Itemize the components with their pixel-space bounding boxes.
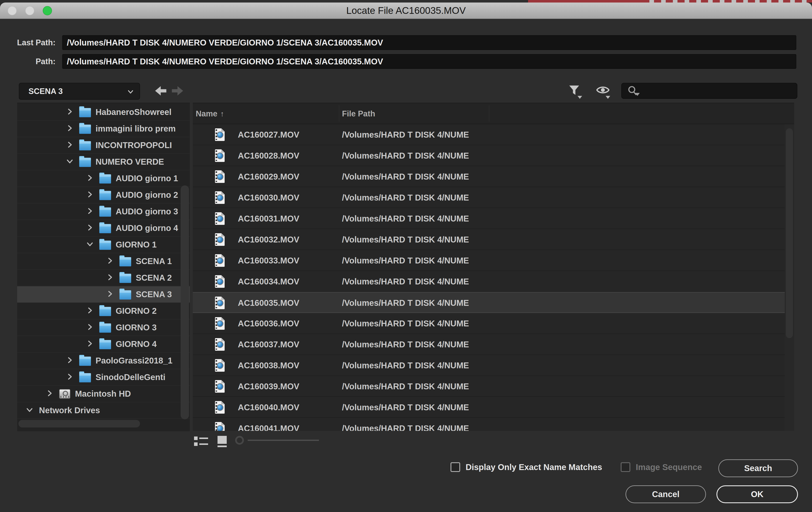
file-row[interactable]: AC160029.MOV /Volumes/HARD T DISK 4/NUME — [193, 166, 785, 187]
tree-item[interactable]: HabaneroShowreel — [17, 104, 190, 120]
file-name-cell: AC160039.MOV — [238, 376, 299, 397]
tree-item[interactable]: AUDIO giorno 1 — [17, 170, 190, 187]
tree-item[interactable]: GIORNO 1 — [17, 237, 190, 253]
movie-file-icon — [215, 380, 225, 393]
disclosure-chevron-icon[interactable] — [46, 390, 55, 398]
disclosure-chevron-icon[interactable] — [86, 340, 95, 348]
tree-item[interactable]: NUMERO VERDE — [17, 154, 190, 170]
image-sequence-checkbox[interactable] — [621, 462, 630, 472]
folder-icon — [119, 290, 131, 299]
search-input[interactable] — [621, 83, 798, 99]
tree-item[interactable]: SCENA 1 — [17, 253, 190, 270]
file-row[interactable]: AC160031.MOV /Volumes/HARD T DISK 4/NUME — [193, 208, 785, 229]
search-button[interactable]: Search — [718, 459, 798, 477]
minimize-button[interactable] — [25, 6, 34, 15]
tree-item[interactable]: Network Drives — [17, 402, 190, 419]
file-row[interactable]: AC160033.MOV /Volumes/HARD T DISK 4/NUME — [193, 250, 785, 271]
movie-file-icon — [215, 170, 225, 183]
file-row[interactable]: AC160038.MOV /Volumes/HARD T DISK 4/NUME — [193, 355, 785, 376]
tree-item[interactable]: SinodoDelleGenti — [17, 369, 190, 386]
column-divider[interactable] — [339, 105, 339, 122]
tree-item[interactable]: AUDIO giorno 4 — [17, 220, 190, 237]
zoom-button[interactable] — [43, 6, 52, 15]
column-divider[interactable] — [489, 105, 489, 122]
path-field[interactable]: /Volumes/HARD T DISK 4/NUMERO VERDE/GIOR… — [62, 54, 796, 69]
disclosure-chevron-icon[interactable] — [86, 241, 95, 249]
file-row[interactable]: AC160030.MOV /Volumes/HARD T DISK 4/NUME — [193, 187, 785, 208]
file-row[interactable]: AC160034.MOV /Volumes/HARD T DISK 4/NUME — [193, 271, 785, 292]
dropdown-triangle-icon — [635, 93, 640, 96]
file-name-cell: AC160035.MOV — [238, 292, 299, 313]
column-header-name[interactable]: Name↑ — [196, 103, 224, 124]
view-options-button[interactable] — [597, 84, 610, 99]
disclosure-chevron-icon[interactable] — [86, 224, 95, 233]
disclosure-chevron-icon[interactable] — [66, 158, 75, 166]
tree-item-label: SCENA 3 — [136, 290, 172, 299]
tree-item[interactable]: SCENA 2 — [17, 270, 190, 286]
file-row[interactable]: AC160041.MOV /Volumes/HARD T DISK 4/NUME — [193, 418, 785, 431]
disclosure-chevron-icon[interactable] — [86, 307, 95, 315]
folder-icon — [79, 141, 91, 151]
disclosure-chevron-icon[interactable] — [86, 208, 95, 216]
filter-button[interactable] — [568, 84, 582, 99]
tree-item[interactable]: PaoloGrassi2018_1 — [17, 353, 190, 369]
disclosure-chevron-icon[interactable] — [66, 108, 75, 116]
thumbnail-size-slider-knob[interactable] — [235, 436, 244, 445]
file-name-cell: AC160034.MOV — [238, 271, 299, 292]
tree-item[interactable]: AUDIO giorno 2 — [17, 187, 190, 204]
disclosure-chevron-icon[interactable] — [86, 174, 95, 183]
close-button[interactable] — [7, 6, 17, 15]
file-path-cell: /Volumes/HARD T DISK 4/NUME — [342, 397, 469, 418]
movie-file-icon — [215, 359, 225, 372]
ok-button[interactable]: OK — [717, 485, 798, 503]
thumbnail-size-slider-track[interactable] — [248, 440, 319, 441]
list-view-button[interactable] — [194, 436, 209, 447]
last-path-field[interactable]: /Volumes/HARD T DISK 4/NUMERO VERDE/GIOR… — [62, 35, 796, 50]
file-row[interactable]: AC160028.MOV /Volumes/HARD T DISK 4/NUME — [193, 145, 785, 166]
disclosure-chevron-icon[interactable] — [66, 125, 75, 133]
disclosure-chevron-icon[interactable] — [26, 406, 34, 415]
tree-item[interactable]: GIORNO 4 — [17, 336, 190, 353]
cancel-button[interactable]: Cancel — [626, 485, 706, 503]
file-name-cell: AC160028.MOV — [238, 145, 299, 166]
tree-horizontal-scrollbar[interactable] — [19, 420, 140, 428]
disclosure-chevron-icon[interactable] — [66, 356, 75, 365]
tree-item-label: HabaneroShowreel — [95, 107, 171, 117]
file-row[interactable]: AC160040.MOV /Volumes/HARD T DISK 4/NUME — [193, 397, 785, 418]
file-row[interactable]: AC160036.MOV /Volumes/HARD T DISK 4/NUME — [193, 313, 785, 334]
disclosure-chevron-icon[interactable] — [86, 323, 95, 332]
forward-button[interactable] — [171, 85, 183, 96]
file-row[interactable]: AC160027.MOV /Volumes/HARD T DISK 4/NUME — [193, 124, 785, 145]
back-button[interactable] — [155, 85, 167, 96]
folder-icon — [99, 191, 111, 200]
disclosure-chevron-icon[interactable] — [86, 191, 95, 199]
file-row[interactable]: AC160037.MOV /Volumes/HARD T DISK 4/NUME — [193, 334, 785, 355]
tree-item[interactable]: GIORNO 3 — [17, 319, 190, 336]
current-folder-dropdown[interactable]: SCENA 3 — [19, 83, 140, 100]
disclosure-chevron-icon[interactable] — [107, 290, 115, 299]
movie-file-icon — [215, 212, 225, 225]
display-only-exact-name-matches-checkbox[interactable] — [451, 462, 460, 472]
tree-item[interactable]: Macintosh HD — [17, 386, 190, 402]
file-path-cell: /Volumes/HARD T DISK 4/NUME — [342, 145, 469, 166]
tree-item[interactable]: INCONTROPOPOLI — [17, 137, 190, 154]
disclosure-chevron-icon[interactable] — [66, 373, 75, 381]
list-scrollbar-track — [785, 124, 794, 431]
disclosure-chevron-icon[interactable] — [66, 141, 75, 150]
column-header-file-path[interactable]: File Path — [342, 103, 375, 124]
file-path-cell: /Volumes/HARD T DISK 4/NUME — [342, 376, 469, 397]
tree-vertical-scrollbar[interactable] — [181, 185, 189, 419]
thumbnail-view-button[interactable] — [217, 436, 229, 448]
disclosure-chevron-icon[interactable] — [107, 274, 115, 282]
disclosure-chevron-icon[interactable] — [107, 257, 115, 266]
tree-item[interactable]: GIORNO 2 — [17, 303, 190, 319]
file-row[interactable]: AC160039.MOV /Volumes/HARD T DISK 4/NUME — [193, 376, 785, 397]
folder-icon — [79, 108, 91, 117]
tree-item[interactable]: SCENA 3 — [17, 286, 190, 303]
list-view-icon — [194, 436, 209, 447]
list-vertical-scrollbar[interactable] — [786, 128, 793, 338]
tree-item[interactable]: AUDIO giorno 3 — [17, 204, 190, 220]
file-row[interactable]: AC160035.MOV /Volumes/HARD T DISK 4/NUME — [193, 292, 785, 313]
tree-item[interactable]: immagini libro prem — [17, 120, 190, 137]
file-row[interactable]: AC160032.MOV /Volumes/HARD T DISK 4/NUME — [193, 229, 785, 250]
